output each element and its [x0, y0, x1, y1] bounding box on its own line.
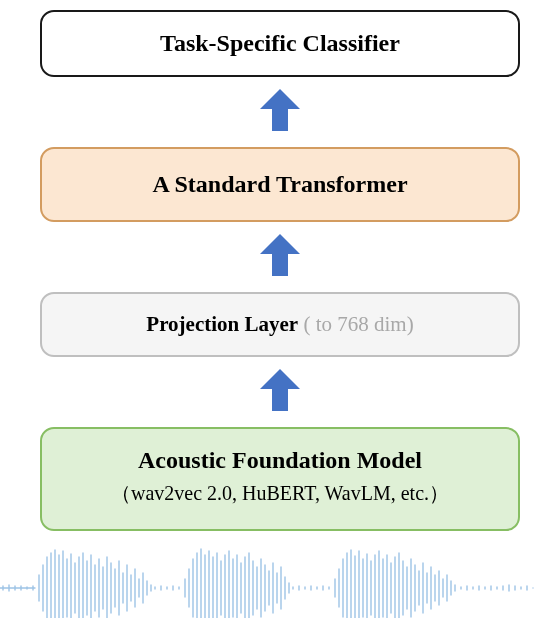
projection-label-dim: ( to 768 dim): [298, 312, 414, 336]
arrow-icon: [256, 232, 304, 280]
foundation-box: Acoustic Foundation Model （wav2vec 2.0, …: [40, 427, 520, 531]
foundation-title: Acoustic Foundation Model: [54, 447, 506, 474]
arrow-icon: [256, 367, 304, 415]
transformer-label: A Standard Transformer: [152, 171, 407, 197]
projection-box: Projection Layer ( to 768 dim): [40, 292, 520, 357]
classifier-box: Task-Specific Classifier: [40, 10, 520, 77]
waveform-icon: [0, 545, 535, 618]
arrow-icon: [256, 87, 304, 135]
transformer-box: A Standard Transformer: [40, 147, 520, 222]
projection-label-bold: Projection Layer: [146, 312, 298, 336]
foundation-subtitle: （wav2vec 2.0, HuBERT, WavLM, etc.）: [54, 480, 506, 507]
classifier-label: Task-Specific Classifier: [160, 30, 400, 56]
